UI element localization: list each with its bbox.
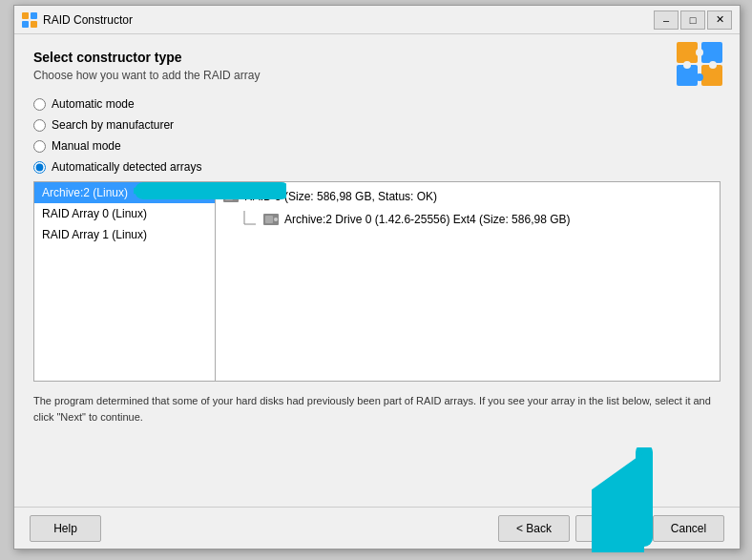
tree-item-archive-drive: Archive:2 Drive 0 (1.42.6-25556) Ext4 (S…	[219, 207, 716, 232]
back-button[interactable]: < Back	[498, 515, 570, 542]
radio-manual-label: Manual mode	[52, 139, 121, 153]
right-panel: RAID 5 (Size: 586,98 GB, Status: OK) Arc…	[216, 182, 720, 381]
logo-area	[675, 40, 724, 86]
disk-icon-raid5	[223, 190, 240, 203]
app-icon	[22, 12, 37, 28]
window-title: RAID Constructor	[43, 13, 133, 27]
svg-rect-13	[225, 193, 233, 200]
panels-container: Archive:2 (Linux) RAID Array 0 (Linux) R…	[33, 181, 721, 382]
disk-icon-drive0	[263, 213, 281, 226]
radio-item-manual[interactable]: Manual mode	[33, 139, 721, 153]
radio-autodetect-label: Automatically detected arrays	[52, 160, 201, 174]
radio-automatic-label: Automatic mode	[52, 97, 135, 111]
radio-automatic[interactable]	[33, 98, 46, 111]
svg-rect-18	[265, 216, 273, 223]
dialog-footer: Help < Back Next > Cancel	[14, 507, 740, 549]
title-bar-left: RAID Constructor	[22, 12, 133, 28]
svg-rect-1	[31, 12, 37, 19]
radio-group: Automatic mode Search by manufacturer Ma…	[33, 97, 721, 174]
tree-label-drive0: Archive:2 Drive 0 (1.42.6-25556) Ext4 (S…	[284, 213, 570, 226]
tree-label-raid5: RAID 5 (Size: 586,98 GB, Status: OK)	[244, 190, 437, 203]
svg-point-10	[696, 73, 703, 81]
radio-autodetect[interactable]	[33, 161, 46, 174]
radio-item-manufacturer[interactable]: Search by manufacturer	[33, 118, 721, 132]
next-button[interactable]: Next >	[575, 515, 647, 542]
title-bar: RAID Constructor – □ ✕	[14, 6, 740, 34]
radio-manual[interactable]	[33, 140, 46, 153]
close-button[interactable]: ✕	[707, 10, 732, 30]
radio-manufacturer-label: Search by manufacturer	[52, 118, 174, 132]
svg-point-9	[709, 61, 717, 69]
dialog-content: Select constructor type Choose how you w…	[14, 34, 740, 507]
radio-item-autodetect[interactable]: Automatically detected arrays	[33, 160, 721, 174]
info-text: The program determined that some of your…	[33, 393, 721, 425]
list-item-raid1[interactable]: RAID Array 1 (Linux)	[34, 224, 215, 245]
main-dialog: RAID Constructor – □ ✕ Select constructo…	[13, 5, 741, 550]
svg-rect-4	[677, 42, 698, 63]
svg-point-8	[696, 49, 703, 56]
svg-point-14	[234, 195, 238, 198]
svg-point-11	[683, 61, 691, 69]
minimize-button[interactable]: –	[654, 10, 679, 30]
footer-right: < Back Next > Cancel	[498, 515, 724, 542]
svg-rect-2	[22, 21, 29, 28]
title-bar-controls: – □ ✕	[654, 10, 732, 30]
svg-point-19	[274, 218, 278, 221]
radio-manufacturer[interactable]	[33, 119, 46, 132]
puzzle-logo	[675, 40, 724, 86]
list-item-archive2[interactable]: Archive:2 (Linux)	[34, 182, 215, 203]
tree-connector-icon	[242, 211, 256, 228]
maximize-button[interactable]: □	[680, 10, 705, 30]
cancel-button[interactable]: Cancel	[653, 515, 724, 542]
radio-item-automatic[interactable]: Automatic mode	[33, 97, 721, 111]
svg-rect-5	[701, 42, 722, 63]
list-item-raid0[interactable]: RAID Array 0 (Linux)	[34, 203, 215, 224]
section-title: Select constructor type	[33, 50, 721, 65]
svg-rect-0	[22, 12, 29, 19]
help-button[interactable]: Help	[30, 515, 101, 542]
section-subtitle: Choose how you want to add the RAID arra…	[33, 69, 721, 82]
left-panel[interactable]: Archive:2 (Linux) RAID Array 0 (Linux) R…	[34, 182, 216, 381]
tree-item-raid5: RAID 5 (Size: 586,98 GB, Status: OK)	[219, 186, 716, 207]
svg-rect-3	[31, 21, 37, 28]
